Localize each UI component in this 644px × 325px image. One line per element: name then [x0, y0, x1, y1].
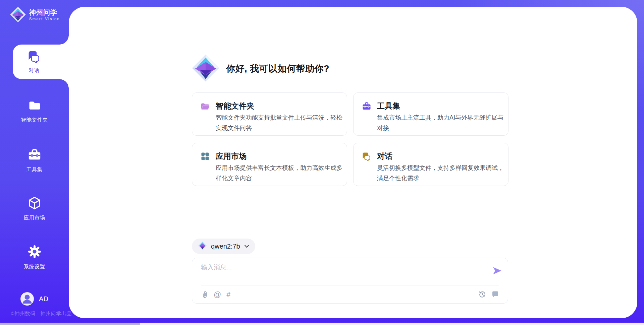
horizontal-scrollbar[interactable] [0, 323, 644, 325]
sidebar-item-label: 应用市场 [24, 214, 45, 221]
sidebar-item-chat[interactable]: 对话 [13, 45, 69, 79]
brand-diamond-icon [198, 241, 207, 252]
sidebar-item-label: 工具集 [26, 166, 43, 173]
sidebar-item-label: 智能文件夹 [21, 117, 48, 124]
gear-icon [27, 244, 42, 260]
feature-card-app-market[interactable]: 应用市场 应用市场提供丰富长文本模板，助力高效生成多样化文章内容 [192, 143, 347, 186]
horizontal-scrollbar-thumb[interactable] [0, 323, 140, 325]
feature-card-smart-folder[interactable]: 智能文件夹 智能文件夹功能支持批量文件上传与清洗，轻松实现文件问答 [192, 92, 347, 136]
greeting-title: 你好, 我可以如何帮助你? [226, 63, 329, 75]
footer-copyright: ©神州数码 · 神州问学出品 [11, 311, 71, 317]
toolbox-icon [28, 148, 42, 163]
person-icon [20, 292, 34, 306]
card-description: 集成市场上主流工具，助力AI与外界无缝扩展与对接 [377, 113, 504, 133]
tab-fillet-top [59, 35, 69, 45]
brand-subtitle: Smart Vision [29, 16, 60, 21]
card-title: 工具集 [377, 101, 400, 111]
send-icon[interactable] [492, 265, 502, 276]
chat-bubbles-icon [28, 50, 41, 65]
card-title: 对话 [377, 151, 392, 161]
card-title: 应用市场 [216, 151, 247, 161]
mention-icon[interactable]: @ [214, 291, 221, 298]
app-window: 神州问学 Smart Vision 对话 [0, 0, 644, 325]
hashtag-icon[interactable]: # [226, 291, 230, 298]
composer-divider [201, 285, 499, 285]
greeting-block: 你好, 我可以如何帮助你? [192, 54, 329, 83]
message-composer: @ # [192, 258, 508, 304]
main-content: 你好, 我可以如何帮助你? 智能文件夹 智能文件夹功能支持批量文件上传与清洗，轻… [69, 7, 637, 318]
brand-logo: 神州问学 Smart Vision [10, 7, 60, 22]
composer-left-tools: @ # [201, 290, 230, 299]
sidebar-item-smart-folder[interactable]: 智能文件夹 [0, 99, 69, 124]
model-selector-value: qwen2:7b [211, 243, 240, 250]
briefcase-icon [362, 102, 371, 112]
brand-name: 神州问学 [29, 8, 60, 16]
cube-icon [28, 196, 42, 211]
card-title: 智能文件夹 [216, 101, 254, 111]
chevron-down-icon [244, 243, 249, 249]
message-input[interactable] [201, 263, 483, 283]
chat-bubbles-icon [362, 152, 371, 162]
message-icon[interactable] [491, 291, 499, 298]
brand-diamond-icon [192, 54, 219, 83]
model-selector[interactable]: qwen2:7b [192, 239, 255, 254]
user-profile[interactable]: AD [0, 292, 69, 306]
tab-fillet-bottom [59, 79, 69, 88]
sidebar: 神州问学 Smart Vision 对话 [0, 0, 69, 325]
folder-open-icon [201, 102, 210, 112]
sidebar-item-app-market[interactable]: 应用市场 [0, 196, 69, 221]
history-icon[interactable] [479, 291, 486, 298]
card-description: 应用市场提供丰富长文本模板，助力高效生成多样化文章内容 [216, 163, 342, 184]
card-description: 智能文件夹功能支持批量文件上传与清洗，轻松实现文件问答 [216, 113, 342, 133]
card-description: 灵活切换多模型文件，支持多样回复效果调试，满足个性化需求 [377, 163, 504, 184]
composer-right-tools [479, 291, 499, 298]
sidebar-item-settings[interactable]: 系统设置 [0, 244, 69, 270]
avatar [20, 292, 34, 306]
composer-toolbar: @ # [201, 289, 499, 300]
sidebar-item-label: 系统设置 [24, 263, 45, 270]
user-initials: AD [39, 295, 48, 303]
sidebar-item-toolset[interactable]: 工具集 [0, 148, 69, 173]
attachment-icon[interactable] [201, 290, 208, 299]
feature-card-toolset[interactable]: 工具集 集成市场上主流工具，助力AI与外界无缝扩展与对接 [353, 92, 508, 136]
grid-icon [201, 152, 210, 162]
sidebar-item-label: 对话 [29, 67, 40, 74]
folder-icon [28, 99, 41, 114]
brand-diamond-icon [10, 7, 26, 22]
feature-card-chat[interactable]: 对话 灵活切换多模型文件，支持多样回复效果调试，满足个性化需求 [353, 143, 508, 186]
